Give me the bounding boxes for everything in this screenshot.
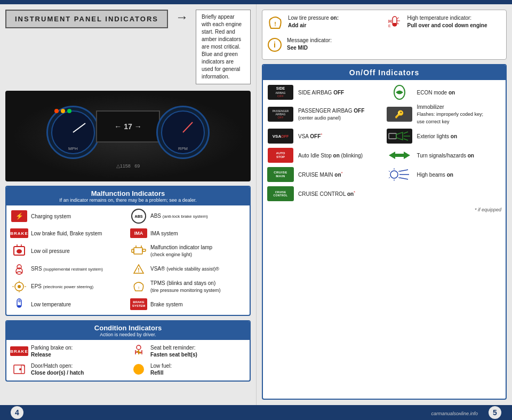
svg-point-30 [390, 171, 398, 178]
onoff-cruise-control: CRUISE CONTROL CRUISE CONTROL on* [267, 186, 383, 202]
onoff-header: On/Off Indicators [263, 65, 506, 80]
engine-icon [130, 244, 147, 257]
svg-text:!: ! [138, 286, 139, 290]
srs-icon [11, 263, 28, 275]
auto-idle-stop-text: Auto Idle Stop on (blinking) [298, 152, 363, 159]
indicator-item-brake-fluid: BRAKE Low brake fluid, Brake system [10, 226, 127, 241]
immobilizer-text: ImmobilizerFlashes: improperly coded key… [417, 104, 484, 125]
auto-idle-stop-icon: AUTO STOP [267, 147, 294, 163]
svg-rect-6 [134, 248, 142, 254]
tpms-icon: ! [130, 280, 147, 293]
seatbelt-label: Seat belt reminder:Fasten seat belt(s) [150, 344, 197, 358]
center-display: ← 17 → [96, 110, 160, 142]
svg-text:RPM: RPM [178, 146, 188, 151]
indicator-item-malfunction-lamp: Malfunction indicator lamp(check engine … [129, 243, 246, 259]
indicator-item-oil: Low oil pressure [10, 243, 127, 259]
title-section: INSTRUMENT PANEL INDICATORS → Briefly ap… [5, 10, 251, 84]
content-area: INSTRUMENT PANEL INDICATORS → Briefly ap… [0, 4, 512, 405]
indicator-item-low-temp: ❄ Low temperature [10, 297, 127, 312]
vsa-warn-label: VSA® (vehicle stability assist)® [150, 265, 219, 273]
low-temp-label: Low temperature [31, 301, 71, 308]
svg-text:H: H [388, 19, 392, 24]
malfunction-title: Malfunction Indicators [9, 189, 247, 197]
pass-airbag-icon: PASSENGER AIRBAG OFF [267, 106, 294, 122]
parking-brake-icon: BRAKE [11, 345, 28, 358]
top-bar [0, 0, 512, 4]
condition-subtitle: Action is needed by driver. [9, 332, 247, 337]
condition-item-door: Door/Hatch open:Close door(s) / hatch [10, 361, 127, 377]
svg-rect-16 [18, 305, 21, 307]
parking-brake-label: Parking brake on:Release [31, 344, 73, 358]
cruise-control-icon: CRUISE CONTROL [267, 186, 294, 202]
onoff-auto-idle-stop: AUTO STOP Auto Idle Stop on (blinking) [267, 147, 383, 163]
dashboard-inner: MPH ← 17 → RPM [12, 93, 245, 179]
title-description: Briefly appear with each engine start. R… [196, 10, 251, 84]
condition-section: Condition Indicators Action is needed by… [5, 320, 251, 382]
arrow-connector: → [173, 10, 190, 25]
condition-item-seatbelt: Seat belt reminder:Fasten seat belt(s) [129, 343, 246, 359]
brake-fluid-label: Low brake fluid, Brake system [31, 230, 102, 237]
left-panel: INSTRUMENT PANEL INDICATORS → Briefly ap… [0, 4, 256, 405]
message-indicator-icon: i [267, 37, 283, 55]
condition-grid: BRAKE Parking brake on:Release [6, 340, 250, 381]
condition-item-parking-brake: BRAKE Parking brake on:Release [10, 343, 127, 359]
svg-point-5 [17, 249, 22, 253]
vsa-off-icon: VSAOFF [267, 128, 294, 144]
page-number-left: 4 [11, 406, 23, 419]
exterior-lights-text: Exterior lights on [417, 133, 458, 140]
svg-point-18 [137, 345, 141, 350]
turn-signals-text: Turn signals/hazards on [417, 152, 474, 159]
ima-icon: IMA [130, 227, 147, 240]
malfunction-lamp-label: Malfunction indicator lamp(check engine … [150, 244, 212, 258]
onoff-immobilizer: 🔑 ImmobilizerFlashes: improperly coded k… [386, 104, 502, 125]
vsa-warn-icon: ! [130, 263, 147, 275]
onoff-grid: SIDE AIRBAG OFF SIDE AIRBAG OFF [263, 80, 506, 206]
svg-point-20 [19, 368, 21, 370]
onoff-econ: ECON mode on [386, 84, 502, 100]
ima-label: IMA system [150, 230, 178, 237]
malfunction-subtitle: If an indicator remains on, there may be… [9, 197, 247, 203]
main-title: INSTRUMENT PANEL INDICATORS [5, 10, 168, 28]
malfunction-grid: ⚡ Charging system ABS ABS (anti-lock bra… [6, 205, 250, 315]
indicator-item-ima: IMA IMA system [129, 226, 246, 241]
alert-high-temp: H E High temperature indicator:Pull over… [386, 14, 502, 34]
door-icon [11, 363, 28, 376]
onoff-cruise-main: CRUISE MAIN CRUISE MAIN on* [267, 167, 383, 183]
indicator-item-abs: ABS ABS (anti-lock brake system) [129, 209, 246, 224]
bottom-bar: 4 carmanualsонline.info 5 [0, 405, 512, 420]
gauge-right: RPM [156, 106, 210, 159]
fuel-icon [130, 363, 147, 376]
abs-label: ABS (anti-lock brake system) [150, 212, 208, 219]
tire-pressure-text: Low tire pressure on:Add air [288, 14, 339, 29]
svg-text:E: E [388, 24, 391, 28]
srs-label: SRS (supplemental restraint system) [31, 265, 103, 272]
alert-section: ! Low tire pressure on:Add air H E [262, 10, 507, 60]
message-indicator-text: Message indicator:See MID [287, 37, 332, 52]
brake-sys-label: Brake system [150, 301, 183, 308]
condition-title: Condition Indicators [9, 324, 247, 332]
condition-item-fuel: Low fuel:Refill [129, 361, 246, 377]
low-temp-icon: ❄ [11, 298, 28, 311]
onoff-turn-signals: Turn signals/hazards on [386, 147, 502, 163]
indicator-item-brake-sys: BRAKESYSTEM Brake system [129, 297, 246, 312]
condition-header: Condition Indicators Action is needed by… [6, 321, 250, 340]
eps-icon [11, 280, 28, 293]
dashboard-image: MPH ← 17 → RPM [5, 91, 251, 181]
onoff-section: On/Off Indicators SIDE AIRBAG OFF SIDE A… [262, 64, 507, 400]
cruise-main-icon: CRUISE MAIN [267, 167, 294, 183]
malfunction-section: Malfunction Indicators If an indicator r… [5, 186, 251, 316]
econ-text: ECON mode on [417, 89, 455, 96]
svg-rect-29 [389, 133, 396, 139]
indicator-item-srs: SRS (supplemental restraint system) [10, 261, 127, 276]
svg-text:!: ! [274, 21, 276, 27]
svg-rect-8 [142, 249, 146, 251]
econ-icon [386, 84, 413, 100]
alert-message-indicator: i Message indicator:See MID [267, 37, 383, 55]
side-airbag-text: SIDE AIRBAG OFF [298, 89, 344, 96]
cruise-main-text: CRUISE MAIN on* [298, 171, 343, 178]
tpms-label: TPMS (blinks and stays on)(tire pressure… [150, 280, 221, 294]
abs-icon: ABS [130, 210, 147, 223]
gauge-left: MPH [46, 106, 100, 159]
indicator-item-tpms: ! TPMS (blinks and stays on)(tire pressu… [129, 279, 246, 295]
immobilizer-icon: 🔑 [386, 106, 413, 122]
